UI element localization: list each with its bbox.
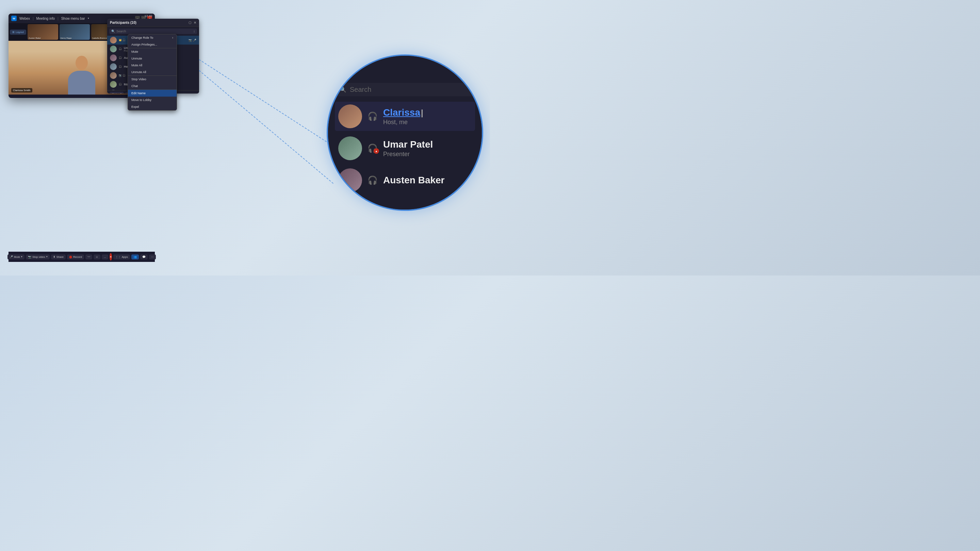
zoom-participant-umar[interactable]: 🎧 ▲ Umar Patel Presenter <box>335 134 475 163</box>
panel-more-button[interactable]: ··· <box>194 92 196 94</box>
zoom-avatar-umar <box>338 137 362 160</box>
mic-icon: 🎤 <box>10 256 13 259</box>
apps-icon: ⋮⋮ <box>115 256 121 259</box>
context-assign-privileges[interactable]: Assign Privileges... <box>128 41 177 48</box>
participant-status-icons: 👑 🎧 <box>119 39 126 41</box>
zoom-name-block-clarissa: Clarissa Host, me <box>383 107 472 126</box>
context-mute-all[interactable]: Mute All <box>128 62 177 69</box>
zoom-name-umar: Umar Patel <box>383 139 472 150</box>
participant-avatar-henry <box>110 63 117 70</box>
participants-button[interactable]: 👥 <box>131 254 139 259</box>
zoom-headset-clarissa: 🎧 <box>368 111 378 121</box>
participant-avatar-umar <box>110 46 117 52</box>
panel-expand-button[interactable]: ⬡ <box>189 21 192 24</box>
chat-button[interactable]: 💬 <box>140 254 148 259</box>
panel-actions: ⬡ ✕ <box>189 21 196 24</box>
noise-icon: 〰 <box>88 256 90 259</box>
submenu-arrow: › <box>172 36 173 40</box>
thumbnail-label-0: Austen Baker <box>29 37 41 39</box>
context-mute[interactable]: Mute <box>128 48 177 55</box>
share-button[interactable]: ⬆ Share <box>51 254 66 259</box>
zoom-search-bar[interactable]: 🔍 Search <box>335 83 475 96</box>
apps-button[interactable]: ⋮⋮ Apps <box>113 254 130 259</box>
zoom-headset-umar: 🎧 ▲ <box>368 143 378 153</box>
share-icon: ⬆ <box>53 256 56 259</box>
stop-video-button[interactable]: 📷 Stop video ▾ <box>26 254 50 259</box>
participant-avatar-isabella <box>110 72 117 79</box>
headset-icon: 🎧 <box>123 39 126 41</box>
context-expel[interactable]: Expel <box>128 103 177 110</box>
mute-button[interactable]: 🎤 Mute ▾ <box>8 254 24 259</box>
clarissa-mic-icon: 🎤 <box>193 39 196 42</box>
more-button[interactable]: ... <box>102 254 108 259</box>
sort-icon[interactable]: ↕ <box>194 30 195 33</box>
app-title: Webex <box>19 17 30 21</box>
context-unmute-all[interactable]: Unmute All <box>128 69 177 76</box>
toolbar-more-button[interactable]: ⋯ <box>149 254 156 259</box>
isabella-headset-icon: 🎧 <box>123 74 126 77</box>
thumbnail-label-1: Henry Riggs <box>60 37 72 39</box>
thumbnail-label-2: Isabella Brennan <box>92 37 108 39</box>
thumbnail-1[interactable]: Henry Riggs <box>60 24 90 40</box>
participants-icon: 👥 <box>134 256 137 259</box>
context-unmute[interactable]: Unmute <box>128 55 177 62</box>
video-icon: 📷 <box>28 256 31 259</box>
zoom-avatar-clarissa <box>338 105 362 128</box>
zoom-headset-austen: 🎧 <box>368 176 378 185</box>
menu-chevron: ▾ <box>88 17 89 20</box>
context-move-to-lobby[interactable]: Move to Lobby <box>128 97 177 103</box>
zoom-search-label: Search <box>350 86 371 94</box>
zoom-role-clarissa: Host, me <box>383 119 472 126</box>
time-display: 12:40 <box>144 14 152 18</box>
zoom-participant-austen[interactable]: 🎧 Austen Baker <box>335 166 475 195</box>
zoom-name-clarissa: Clarissa <box>383 107 472 118</box>
context-chat[interactable]: Chat <box>128 83 177 89</box>
webex-logo: W <box>11 16 17 21</box>
context-menu: Change Role To › Assign Privileges... Mu… <box>127 34 177 111</box>
thumbnail-0[interactable]: Austen Baker <box>27 24 58 40</box>
show-menu-bar[interactable]: Show menu bar <box>61 17 85 21</box>
end-call-icon: ✕ <box>110 256 112 259</box>
zoom-circle: 🔍 Search 🎧 Clarissa Host, me 🎧 ▲ Umar Pa… <box>327 54 483 211</box>
layout-icon: ⊞ <box>12 30 14 34</box>
svg-line-0 <box>199 60 334 146</box>
video-chevron: ▾ <box>46 256 48 258</box>
zoom-content: 🔍 Search 🎧 Clarissa Host, me 🎧 ▲ Umar Pa… <box>328 56 482 210</box>
chat-icon: 💬 <box>142 256 146 259</box>
austen-headset-icon: 🎧 <box>119 56 122 59</box>
mute-all-button[interactable]: Mute all <box>110 92 124 94</box>
svg-line-1 <box>199 70 334 184</box>
isabella-camera-icon: 📷 <box>119 74 122 77</box>
participant-avatar-austen <box>110 54 117 61</box>
context-edit-name[interactable]: Edit Name <box>128 90 177 97</box>
marise-headset-icon: 🎧 <box>119 83 122 86</box>
end-call-button[interactable]: ✕ <box>110 253 112 260</box>
participant-avatar-clarissa <box>110 37 117 43</box>
reaction-icon: ☺ <box>95 256 98 259</box>
host-icon: 👑 <box>119 39 122 41</box>
zoom-name-austen: Austen Baker <box>383 175 472 186</box>
record-icon: ⬤ <box>69 256 72 259</box>
main-toolbar: 🎤 Mute ▾ 📷 Stop video ▾ ⬆ Share ⬤ Record… <box>8 252 155 262</box>
context-change-role[interactable]: Change Role To › <box>128 34 177 41</box>
participant-avatar-marise <box>110 81 117 88</box>
speaker-name-badge: Clarissa Smith <box>11 88 32 92</box>
search-bar: 🔍 ↕ <box>109 29 197 34</box>
search-icon: 🔍 <box>111 30 115 33</box>
panel-title: Participants (10) <box>110 21 189 24</box>
clarissa-icons: 📷 🎤 <box>189 39 196 42</box>
zoom-participant-clarissa[interactable]: 🎧 Clarissa Host, me <box>335 102 475 131</box>
panel-close-button[interactable]: ✕ <box>194 21 196 24</box>
record-button[interactable]: ⬤ Record <box>67 254 84 259</box>
henry-headset-icon: 🎧 <box>119 65 122 68</box>
context-stop-video[interactable]: Stop Video <box>128 76 177 83</box>
search-input[interactable] <box>116 30 192 33</box>
umar-headset-icon: 🎧 <box>119 48 122 50</box>
reactions-button[interactable]: ☺ <box>94 254 100 259</box>
layout-button[interactable]: ⊞ Layout <box>10 30 26 35</box>
zoom-name-block-umar: Umar Patel Presenter <box>383 139 472 158</box>
clarissa-video-icon: 📷 <box>189 39 192 42</box>
noise-button[interactable]: 〰 <box>86 254 92 259</box>
zoom-name-block-austen: Austen Baker <box>383 175 472 186</box>
meeting-info-link[interactable]: Meeting info <box>37 17 55 21</box>
